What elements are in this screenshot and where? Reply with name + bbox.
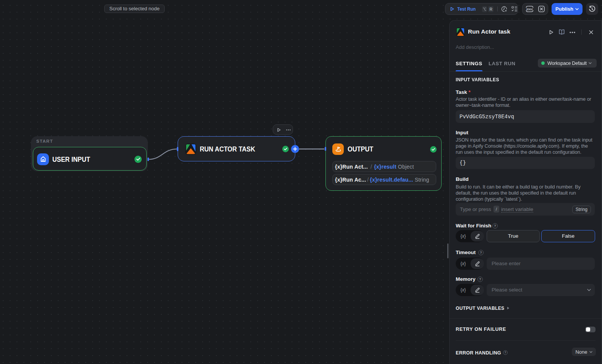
svg-text:ENV: ENV	[526, 8, 533, 11]
